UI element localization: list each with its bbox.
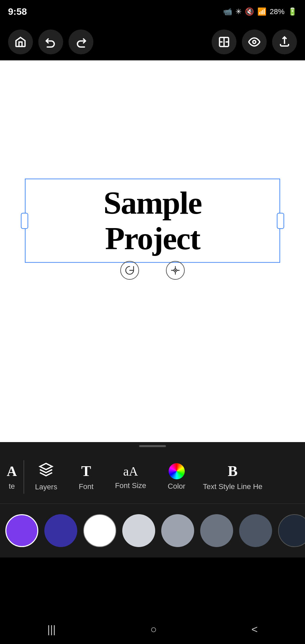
home-nav-icon: ○ <box>150 623 157 636</box>
color-palette <box>0 504 305 557</box>
font-size-icon: aA <box>123 464 138 479</box>
canvas-text[interactable]: Sample Project <box>39 185 266 256</box>
tab-partial-left[interactable]: A te <box>0 450 24 503</box>
color-swatch-light-gray[interactable] <box>122 514 155 547</box>
tab-text-style[interactable]: B Text Style Line He <box>196 450 269 503</box>
bottom-panel-handle <box>0 442 305 450</box>
font-icon: T <box>81 463 91 480</box>
nav-bar: ||| ○ < <box>0 614 305 644</box>
tab-layers[interactable]: Layers <box>24 450 68 503</box>
color-swatch-gray[interactable] <box>161 514 194 547</box>
color-swatch-purple[interactable] <box>5 514 38 547</box>
home-button[interactable] <box>8 30 33 54</box>
resize-handle-right[interactable] <box>277 213 284 229</box>
align-button[interactable] <box>212 30 236 54</box>
top-toolbar <box>0 23 305 60</box>
status-icons: 📹 ✳ 🔇 📶 28% 🔋 <box>223 7 297 16</box>
toolbar-right <box>212 30 297 54</box>
nav-menu-button[interactable]: ||| <box>34 618 69 641</box>
share-button[interactable] <box>272 30 297 54</box>
svg-point-4 <box>253 41 256 44</box>
svg-marker-7 <box>40 464 52 470</box>
redo-button[interactable] <box>69 30 93 54</box>
text-style-label: Text Style Line He <box>203 482 262 491</box>
layers-label: Layers <box>35 483 57 491</box>
nav-back-button[interactable]: < <box>238 618 271 641</box>
partial-left-icon: A <box>7 463 17 479</box>
drag-handle <box>139 445 166 447</box>
resize-handle-left[interactable] <box>21 213 28 229</box>
battery-text: 28% <box>270 7 285 16</box>
nav-home-button[interactable]: ○ <box>137 618 170 641</box>
toolbar-left <box>8 30 93 54</box>
color-swatch-white[interactable] <box>83 514 116 547</box>
control-icons <box>120 261 185 280</box>
bottom-toolbar: A te Layers T Font aA Font Size Color B … <box>0 450 305 504</box>
wifi-icon: 📶 <box>257 7 266 16</box>
mute-icon: 🔇 <box>245 7 254 16</box>
text-style-icon: B <box>228 463 237 480</box>
status-bar: 9:58 📹 ✳ 🔇 📶 28% 🔋 <box>0 0 305 23</box>
tab-font[interactable]: T Font <box>68 450 104 503</box>
menu-icon: ||| <box>47 623 56 636</box>
undo-button[interactable] <box>38 30 63 54</box>
preview-button[interactable] <box>242 30 267 54</box>
canvas-area: Sample Project <box>0 60 305 442</box>
battery-icon: 🔋 <box>288 7 297 16</box>
color-swatch-dark-gray[interactable] <box>200 514 233 547</box>
color-swatch-darker-gray[interactable] <box>239 514 272 547</box>
text-element[interactable]: Sample Project <box>25 178 280 263</box>
svg-point-6 <box>175 270 176 271</box>
rotate-control[interactable] <box>120 261 139 280</box>
font-label: Font <box>79 482 93 491</box>
move-control[interactable] <box>166 261 185 280</box>
camera-icon: 📹 <box>223 7 232 16</box>
back-icon: < <box>251 623 258 636</box>
status-time: 9:58 <box>8 6 27 17</box>
layers-icon <box>39 462 53 480</box>
color-swatch-near-black[interactable] <box>278 514 305 547</box>
tab-font-size[interactable]: aA Font Size <box>104 450 157 503</box>
color-label: Color <box>168 482 185 491</box>
font-size-label: Font Size <box>115 481 146 490</box>
partial-left-label: te <box>9 482 15 491</box>
bluetooth-icon: ✳ <box>235 7 242 16</box>
color-wheel-icon <box>169 463 185 479</box>
color-swatch-dark-purple[interactable] <box>44 514 77 547</box>
tab-color[interactable]: Color <box>157 450 196 503</box>
